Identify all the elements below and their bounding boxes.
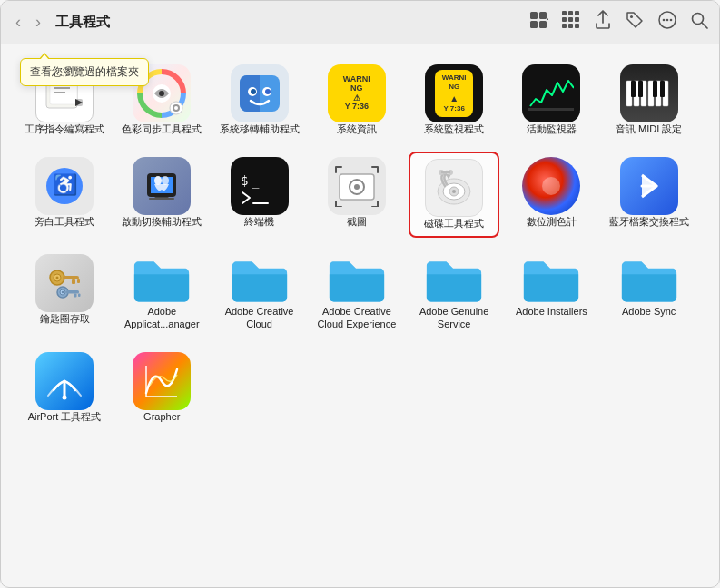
app-item-sysmonitor[interactable]: WARNI NG ▲ Y 7:36 系統監視程式	[409, 59, 499, 141]
app-icon-sysmonitor: WARNI NG ▲ Y 7:36	[425, 64, 483, 122]
app-item-midi[interactable]: 音訊 MIDI 設定	[604, 59, 695, 141]
svg-text:$: $	[241, 173, 248, 188]
grid-view-icon[interactable]	[528, 10, 548, 34]
app-item-adobe-cc[interactable]: Adobe Creative Cloud	[214, 249, 305, 337]
app-label-bluetooth: 藍牙檔案交換程式	[609, 215, 689, 228]
app-item-terminal[interactable]: $ _ 終端機	[214, 152, 305, 237]
app-label-grapher: Grapher	[143, 410, 180, 423]
app-icon-sysinfo: WARNI NG ⚠ Y 7:36	[328, 64, 386, 122]
svg-point-16	[666, 19, 669, 22]
tag-icon[interactable]	[625, 10, 645, 34]
svg-text:_: _	[252, 173, 260, 189]
app-item-adobe-cc-exp[interactable]: Adobe Creative Cloud Experience	[311, 249, 402, 337]
svg-line-19	[702, 23, 707, 28]
app-label-midi: 音訊 MIDI 設定	[616, 122, 682, 135]
svg-point-29	[159, 91, 164, 96]
svg-point-13	[630, 15, 633, 18]
app-item-digital-color[interactable]: 數位測色計	[506, 152, 597, 237]
app-grid: 工序指令編寫程式 色彩同步工具程式	[19, 59, 701, 428]
app-icon-startup	[133, 157, 191, 215]
svg-rect-76	[72, 279, 75, 284]
tooltip: 查看您瀏覽過的檔案夾	[20, 58, 149, 86]
app-label-adobe-cc: Adobe Creative Cloud	[219, 305, 301, 331]
app-icon-adobe-genuine	[425, 254, 483, 305]
share-icon[interactable]	[594, 10, 612, 34]
svg-rect-5	[568, 11, 573, 15]
app-label-digital-color: 數位測色計	[527, 215, 577, 228]
app-item-sysinfo[interactable]: WARNI NG ⚠ Y 7:36 系統資訊	[311, 59, 402, 141]
app-icon-disk-utility	[425, 159, 483, 217]
app-item-migration[interactable]: 系統移轉輔助程式	[214, 59, 305, 141]
app-label-sysmonitor: 系統監視程式	[424, 122, 484, 135]
app-item-screenshot[interactable]: 截圖	[311, 152, 402, 237]
svg-point-55	[162, 176, 169, 185]
app-label-colorsync: 色彩同步工具程式	[122, 122, 202, 135]
back-button[interactable]: ‹	[12, 11, 25, 34]
app-item-adobe-appmanager[interactable]: Adobe Applicat...anager	[116, 249, 207, 337]
svg-rect-47	[638, 81, 643, 97]
svg-rect-8	[568, 17, 573, 22]
app-item-bluetooth[interactable]: 藍牙檔案交換程式	[604, 152, 695, 237]
icon-grid2[interactable]	[561, 10, 581, 34]
window-title: 工具程式	[55, 14, 521, 31]
app-item-disk-utility[interactable]: 磁碟工具程式	[409, 152, 499, 237]
more-options-icon[interactable]	[657, 10, 677, 34]
svg-rect-3	[539, 21, 547, 28]
svg-rect-2	[530, 21, 538, 28]
app-label-startup: 啟動切換輔助程式	[122, 215, 202, 228]
app-label-adobe-installers: Adobe Installers	[516, 305, 587, 318]
svg-point-38	[265, 89, 271, 94]
app-item-adobe-sync[interactable]: Adobe Sync	[604, 249, 695, 337]
app-item-airport[interactable]: AirPort 工具程式	[19, 347, 110, 428]
app-icon-screenshot	[328, 157, 386, 215]
app-icon-terminal: $ _	[231, 157, 289, 215]
app-label-adobe-genuine: Adobe Genuine Service	[413, 305, 495, 331]
svg-point-17	[670, 19, 673, 22]
svg-rect-57	[149, 198, 174, 200]
svg-rect-82	[74, 293, 77, 297]
svg-point-84	[63, 396, 67, 400]
svg-point-54	[154, 176, 162, 185]
app-item-adobe-installers[interactable]: Adobe Installers	[506, 249, 597, 337]
svg-rect-0	[530, 12, 538, 19]
svg-rect-12	[575, 24, 579, 28]
app-item-grapher[interactable]: Grapher	[116, 347, 207, 428]
app-label-migration: 系統移轉輔助程式	[220, 122, 300, 135]
app-label-script-editor: 工序指令編寫程式	[25, 122, 104, 135]
app-icon-airport	[35, 352, 94, 410]
svg-rect-4	[562, 11, 567, 15]
app-icon-actmon	[522, 64, 580, 122]
app-icon-midi	[620, 64, 678, 122]
app-label-actmon: 活動監視器	[527, 122, 577, 135]
app-icon-adobe-installers	[522, 254, 580, 305]
app-label-sysinfo: 系統資訊	[337, 122, 377, 135]
svg-point-32	[174, 106, 178, 110]
svg-rect-46	[631, 81, 636, 97]
app-label-terminal: 終端機	[244, 215, 274, 228]
app-label-adobe-sync: Adobe Sync	[622, 305, 676, 318]
app-item-startup[interactable]: 啟動切換輔助程式	[116, 152, 207, 237]
app-icon-adobe-cc	[231, 254, 289, 305]
svg-rect-48	[653, 81, 657, 97]
svg-rect-6	[575, 11, 579, 15]
svg-rect-9	[575, 17, 579, 22]
app-label-adobe-appmanager: Adobe Applicat...anager	[121, 305, 202, 331]
svg-rect-83	[78, 293, 81, 297]
svg-rect-39	[528, 108, 574, 111]
app-icon-keychain	[35, 254, 94, 312]
app-item-actmon[interactable]: 活動監視器	[506, 59, 597, 141]
svg-rect-75	[63, 276, 79, 279]
svg-point-37	[251, 89, 256, 94]
app-item-adobe-genuine[interactable]: Adobe Genuine Service	[409, 249, 499, 337]
app-item-keychain[interactable]: 鑰匙圈存取	[19, 249, 110, 337]
app-icon-bluetooth	[620, 157, 678, 215]
forward-button[interactable]: ›	[32, 11, 44, 34]
titlebar: ‹ › 工具程式	[1, 1, 719, 44]
svg-point-15	[663, 19, 666, 22]
app-label-keychain: 鑰匙圈存取	[40, 312, 90, 325]
search-icon[interactable]	[690, 11, 708, 34]
svg-point-63	[354, 184, 360, 190]
svg-rect-1	[539, 12, 547, 19]
app-item-voiceover[interactable]: ♿ 旁白工具程式	[19, 152, 110, 237]
svg-rect-11	[568, 24, 573, 28]
